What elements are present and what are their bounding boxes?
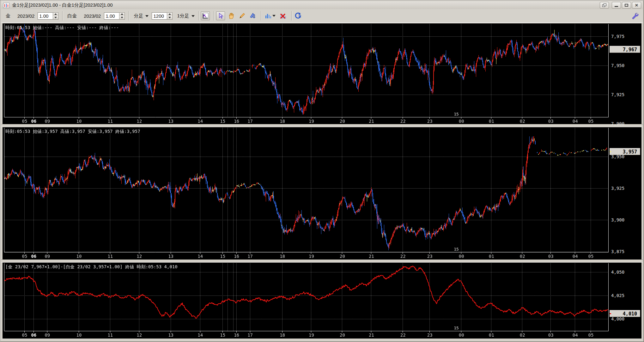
y-axis-label: 4,000	[611, 316, 624, 321]
app-icon	[3, 3, 9, 8]
chevron-down-icon	[191, 15, 195, 17]
gold-ratio-spin-buttons[interactable]	[53, 12, 58, 20]
x-axis-label: 02	[520, 119, 525, 124]
x-axis-label: 02	[520, 333, 525, 338]
gold-platinum-spread-canvas[interactable]	[4, 263, 609, 333]
x-axis-label: 19	[309, 254, 314, 259]
x-axis-label: 22	[400, 119, 406, 124]
bar-count-spin-buttons[interactable]	[167, 12, 173, 20]
platinum-ratio-spinbox: 1.00	[104, 12, 125, 20]
x-axis-label: 03	[548, 119, 554, 124]
platinum-ratio-spin-buttons[interactable]	[119, 12, 125, 20]
toolbar-separator	[214, 11, 214, 21]
x-axis-label: 10	[76, 119, 82, 124]
last-price-marker	[610, 151, 611, 152]
x-axis-label: 05	[588, 333, 594, 338]
gold-platinum-spread-info-line: [金 23/02 7,967×1.00]-[白金 23/02 3,957×1.0…	[5, 264, 178, 270]
marker-move-button[interactable]	[248, 11, 257, 20]
cursor-button[interactable]	[216, 11, 225, 20]
cascade-button[interactable]	[600, 2, 609, 9]
y-axis-label: 7,975	[611, 34, 624, 39]
window: 金1分足[2023/02]1.00 - 白金1分足[2023/02]1.00 ×…	[0, 0, 644, 342]
platinum-1min-info-line: 時刻:05:53 始値:3,957 高値:3,957 安値:3,957 終値:3…	[5, 129, 140, 134]
x-axis-label: 22	[400, 254, 406, 259]
x-axis-label: 16	[234, 119, 239, 124]
x-axis-label: 03	[548, 333, 554, 338]
x-axis-label: 20	[340, 119, 345, 124]
chart-axes-button[interactable]	[201, 11, 210, 20]
wrench-icon	[631, 12, 639, 20]
x-axis-label: 04	[573, 119, 578, 124]
toolbar-separator	[62, 11, 63, 21]
toolbar: 金 2023/02 1.00 白金 2023/02 1.00 分足 1200 1…	[1, 9, 643, 23]
title-bar: 金1分足[2023/02]1.00 - 白金1分足[2023/02]1.00 ×	[1, 1, 643, 9]
panel-divider[interactable]	[1, 124, 643, 127]
date-marker: 15	[454, 112, 459, 116]
refresh-button[interactable]: R	[294, 11, 303, 20]
x-axis-label: 20	[340, 333, 345, 338]
platinum-month: 2023/02	[84, 13, 101, 19]
platinum-1min-canvas[interactable]	[4, 128, 609, 254]
x-axis-label: 05	[588, 119, 594, 124]
x-axis-label: 09	[45, 119, 50, 124]
x-axis-label: 00	[459, 254, 464, 259]
bar-chart-delete-button[interactable]	[279, 11, 288, 20]
toolbar-separator	[291, 11, 292, 21]
x-axis-label: 06	[31, 333, 36, 338]
x-axis-label: 13	[168, 333, 173, 338]
date-marker: 15	[454, 326, 459, 330]
minimize-icon	[615, 6, 618, 7]
x-axis-label: 04	[573, 254, 578, 259]
hand-pan-button[interactable]	[227, 11, 236, 20]
x-axis-label: 18	[280, 119, 285, 124]
pencil-button[interactable]	[238, 11, 246, 20]
toolbar-separator	[129, 11, 129, 21]
x-axis-label: 16	[234, 254, 239, 259]
close-icon: ×	[635, 3, 638, 8]
timeframe-dropdown[interactable]: 1分足	[177, 13, 194, 19]
gold-ratio-input[interactable]: 1.00	[38, 12, 53, 20]
bar-chart-dropdown-button[interactable]	[264, 11, 277, 20]
x-axis-label: 01	[489, 333, 494, 338]
x-axis-label: 18	[280, 254, 285, 259]
x-axis-label: 11	[107, 333, 113, 338]
x-axis-label: 01	[489, 119, 494, 124]
y-axis-label: 7,950	[611, 63, 624, 68]
panel-divider[interactable]	[1, 259, 643, 263]
platinum-ratio-input[interactable]: 1.00	[104, 12, 119, 20]
x-axis-label: 06	[31, 254, 36, 259]
settings-button[interactable]	[631, 12, 639, 21]
refresh-icon: R	[295, 12, 302, 20]
toolbar-separator	[261, 11, 262, 21]
current-price-box: 7,967	[610, 46, 640, 53]
x-axis-label: 21	[369, 119, 374, 124]
x-axis-label: 18	[280, 333, 285, 338]
x-axis-label: 14	[197, 333, 203, 338]
x-axis-label: 09	[45, 333, 50, 338]
x-axis-label: 15	[220, 254, 225, 259]
current-price-box: 3,957	[610, 148, 640, 155]
x-axis-label: 04	[573, 333, 578, 338]
current-price-box: 4,010	[610, 310, 640, 317]
gold-label: 金	[6, 13, 10, 19]
x-axis-label: 14	[197, 119, 203, 124]
close-button[interactable]: ×	[632, 2, 641, 9]
x-axis-label: 13	[168, 254, 173, 259]
x-axis-label: 05	[22, 119, 27, 124]
bar-count-input[interactable]: 1200	[152, 12, 167, 20]
y-axis-label: 3,875	[611, 249, 624, 254]
x-axis-label: 10	[76, 254, 82, 259]
gold-1min-canvas[interactable]	[4, 24, 609, 119]
interval-dropdown[interactable]: 分足	[134, 13, 149, 19]
minimize-button[interactable]	[612, 2, 621, 9]
cursor-icon	[217, 13, 224, 19]
x-axis-label: 19	[309, 119, 314, 124]
x-axis-label: 13	[168, 119, 173, 124]
cascade-icon	[602, 3, 606, 7]
x-axis-label: 00	[459, 333, 464, 338]
svg-text:R: R	[299, 14, 301, 18]
bar-count-spinbox: 1200	[152, 12, 173, 20]
x-axis-label: 06	[31, 119, 36, 124]
maximize-button[interactable]	[622, 2, 631, 9]
chevron-down-icon	[272, 15, 276, 17]
